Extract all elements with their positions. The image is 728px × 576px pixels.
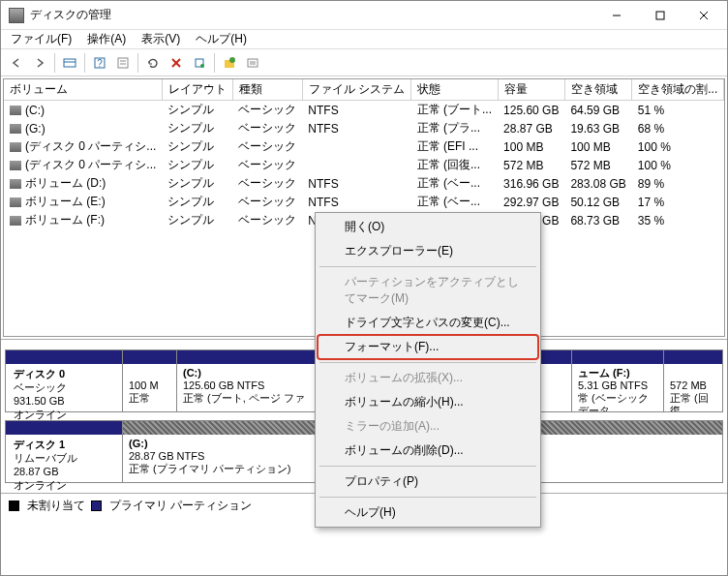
volume-icon (10, 179, 21, 189)
ctx-separator (319, 497, 536, 498)
volume-icon (10, 216, 21, 226)
partition-c[interactable]: (C:)125.60 GB NTFS正常 (ブート, ページ ファ (177, 350, 327, 411)
toolbar: ? (1, 49, 727, 76)
toolbar-separator (137, 53, 138, 73)
menu-file[interactable]: ファイル(F) (5, 30, 77, 48)
ctx-open[interactable]: 開く(O) (318, 215, 538, 239)
svg-rect-1 (656, 12, 664, 19)
menu-action[interactable]: 操作(A) (81, 30, 132, 48)
titlebar: ディスクの管理 (1, 1, 727, 30)
delete-button[interactable] (166, 52, 187, 74)
disk-1-header[interactable]: ディスク 1 リムーバブル 28.87 GB オンライン (5, 420, 123, 483)
col-layout[interactable]: レイアウト (162, 79, 232, 101)
volume-icon (10, 161, 21, 170)
context-menu: 開く(O) エクスプローラー(E) パーティションをアクティブとしてマーク(M)… (315, 212, 541, 528)
table-row[interactable]: (ディスク 0 パーティシ...シンプルベーシック正常 (回復...572 MB… (4, 156, 724, 174)
col-volume[interactable]: ボリューム (4, 79, 162, 101)
partition-recovery[interactable]: 572 MB正常 (回復 (664, 350, 722, 411)
volume-icon (10, 106, 21, 115)
disk-0-header[interactable]: ディスク 0 ベーシック 931.50 GB オンライン (5, 349, 123, 412)
toolbar-separator (214, 53, 215, 73)
back-button[interactable] (6, 52, 27, 74)
col-free[interactable]: 空き領域 (564, 79, 631, 101)
window-controls (594, 1, 725, 29)
table-row[interactable]: ボリューム (E:)シンプルベーシックNTFS正常 (ベー...292.97 G… (4, 193, 724, 211)
partition-f[interactable]: ューム (F:)5.31 GB NTFS常 (ベーシック データ , (572, 350, 664, 411)
volume-icon (10, 197, 21, 207)
ctx-shrink[interactable]: ボリュームの縮小(H)... (318, 390, 538, 414)
toolbar-separator (84, 53, 85, 73)
ctx-mirror: ミラーの追加(A)... (318, 414, 538, 439)
list-button[interactable] (242, 52, 263, 74)
view-grid-button[interactable] (59, 52, 80, 74)
app-icon (9, 8, 24, 23)
svg-rect-8 (118, 58, 128, 68)
ctx-explorer[interactable]: エクスプローラー(E) (318, 239, 538, 263)
ctx-separator (319, 266, 536, 267)
col-freepct[interactable]: 空き領域の割... (632, 79, 724, 101)
table-row[interactable]: (ディスク 0 パーティシ...シンプルベーシック正常 (EFI ...100 … (4, 137, 724, 156)
close-button[interactable] (682, 1, 725, 29)
svg-text:?: ? (97, 58, 103, 69)
ctx-format[interactable]: フォーマット(F)... (318, 335, 538, 359)
disk-management-window: ディスクの管理 ファイル(F) 操作(A) 表示(V) ヘルプ(H) ? (0, 0, 728, 576)
ctx-delete[interactable]: ボリュームの削除(D)... (318, 439, 538, 463)
ctx-properties[interactable]: プロパティ(P) (318, 470, 538, 494)
table-row[interactable]: ボリューム (D:)シンプルベーシックNTFS正常 (ベー...316.96 G… (4, 174, 724, 193)
table-row[interactable]: (G:)シンプルベーシックNTFS正常 (プラ...28.87 GB19.63 … (4, 119, 724, 137)
maximize-button[interactable] (638, 1, 682, 29)
forward-button[interactable] (29, 52, 50, 74)
menubar: ファイル(F) 操作(A) 表示(V) ヘルプ(H) (1, 30, 727, 49)
partition-efi[interactable]: 100 M正常 (123, 350, 177, 411)
ctx-change-letter[interactable]: ドライブ文字とパスの変更(C)... (318, 311, 538, 335)
table-row[interactable]: (C:)シンプルベーシックNTFS正常 (ブート...125.60 GB64.5… (4, 101, 724, 120)
ctx-mark-active: パーティションをアクティブとしてマーク(M) (318, 270, 538, 311)
ctx-separator (319, 466, 536, 467)
refresh-button[interactable] (142, 52, 164, 74)
col-fs[interactable]: ファイル システム (302, 79, 410, 101)
column-headers[interactable]: ボリューム レイアウト 種類 ファイル システム 状態 容量 空き領域 空き領域… (4, 79, 724, 101)
settings-button[interactable] (189, 52, 210, 74)
swatch-primary (91, 500, 102, 511)
ctx-extend: ボリュームの拡張(X)... (318, 366, 538, 390)
minimize-button[interactable] (594, 1, 638, 29)
create-button[interactable] (219, 52, 240, 74)
ctx-help[interactable]: ヘルプ(H) (318, 500, 538, 525)
toolbar-separator (54, 53, 55, 73)
col-capacity[interactable]: 容量 (498, 79, 564, 101)
menu-help[interactable]: ヘルプ(H) (190, 30, 253, 48)
legend-unallocated: 未割り当て (27, 498, 85, 514)
volume-icon (10, 124, 21, 134)
col-status[interactable]: 状態 (411, 79, 498, 101)
svg-rect-4 (64, 59, 76, 67)
legend-primary: プライマリ パーティション (109, 498, 252, 514)
svg-rect-17 (248, 59, 258, 67)
swatch-unallocated (9, 500, 19, 511)
col-type[interactable]: 種類 (232, 79, 302, 101)
ctx-separator (319, 362, 536, 363)
help-button[interactable]: ? (89, 52, 110, 74)
properties-button[interactable] (112, 52, 134, 74)
volume-icon (10, 142, 21, 152)
svg-point-16 (229, 57, 235, 63)
menu-view[interactable]: 表示(V) (136, 30, 186, 48)
svg-point-14 (200, 64, 204, 68)
window-title: ディスクの管理 (30, 7, 594, 23)
